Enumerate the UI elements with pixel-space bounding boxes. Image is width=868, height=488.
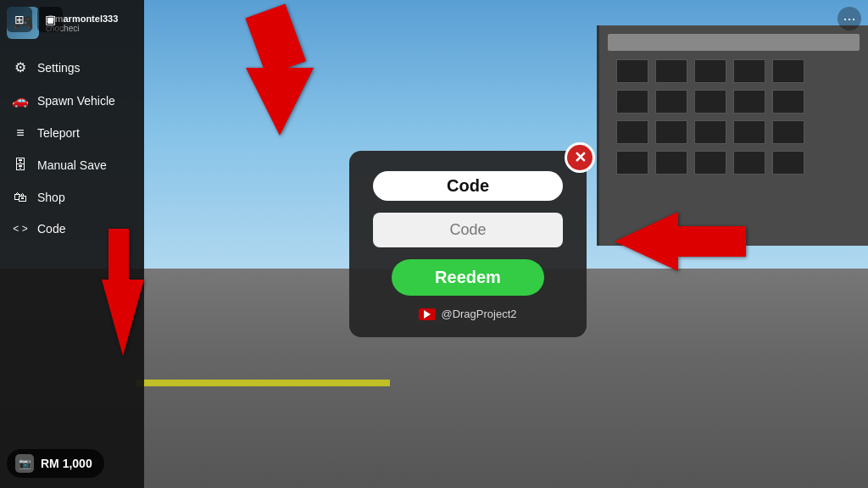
- dialog-close-button[interactable]: ✕: [565, 142, 595, 173]
- currency-icon: 📷: [15, 454, 34, 473]
- more-options-button[interactable]: ···: [837, 7, 861, 30]
- roblox-menu-icon[interactable]: ▣: [37, 7, 63, 32]
- yt-credit: @DragProject2: [419, 308, 516, 320]
- dialog-title: Code: [373, 171, 563, 201]
- roblox-home-icon[interactable]: ⊞: [7, 7, 32, 32]
- code-input[interactable]: [373, 213, 563, 247]
- redeem-button[interactable]: Reedem: [392, 259, 543, 296]
- dialog-overlay: ✕ Code Reedem @DragProject2: [0, 0, 868, 488]
- youtube-play-icon: [424, 310, 431, 319]
- currency-amount: RM 1,000: [41, 457, 92, 470]
- currency-bar: 📷 RM 1,000: [7, 449, 104, 478]
- yt-username: @DragProject2: [441, 308, 516, 320]
- code-dialog: ✕ Code Reedem @DragProject2: [349, 151, 587, 337]
- youtube-icon: [419, 308, 436, 320]
- top-left-icons: ⊞ ▣: [7, 7, 63, 32]
